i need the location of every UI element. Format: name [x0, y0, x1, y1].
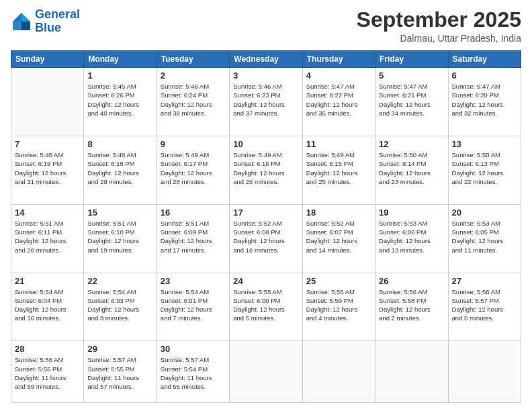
col-tuesday: Tuesday — [157, 51, 229, 68]
day-number: 11 — [306, 139, 371, 149]
header: General Blue September 2025 Dalmau, Utta… — [11, 8, 521, 44]
table-cell: 27Sunrise: 5:56 AM Sunset: 5:57 PM Dayli… — [448, 273, 521, 341]
table-cell — [448, 341, 521, 403]
day-info: Sunrise: 5:47 AM Sunset: 6:22 PM Dayligh… — [306, 82, 371, 118]
table-cell: 3Sunrise: 5:46 AM Sunset: 6:23 PM Daylig… — [230, 68, 302, 136]
table-cell: 6Sunrise: 5:47 AM Sunset: 6:20 PM Daylig… — [448, 68, 521, 136]
table-cell: 11Sunrise: 5:49 AM Sunset: 6:15 PM Dayli… — [302, 136, 375, 204]
day-info: Sunrise: 5:54 AM Sunset: 6:04 PM Dayligh… — [15, 287, 80, 323]
location: Dalmau, Uttar Pradesh, India — [357, 33, 521, 44]
table-cell: 2Sunrise: 5:46 AM Sunset: 6:24 PM Daylig… — [157, 68, 229, 136]
table-cell: 28Sunrise: 5:56 AM Sunset: 5:56 PM Dayli… — [11, 341, 84, 403]
day-info: Sunrise: 5:56 AM Sunset: 5:56 PM Dayligh… — [15, 355, 80, 391]
col-thursday: Thursday — [302, 51, 375, 68]
table-cell — [11, 68, 84, 136]
day-number: 26 — [379, 276, 444, 286]
day-info: Sunrise: 5:56 AM Sunset: 5:58 PM Dayligh… — [379, 287, 444, 323]
table-row: 28Sunrise: 5:56 AM Sunset: 5:56 PM Dayli… — [11, 341, 521, 403]
day-number: 2 — [161, 71, 226, 81]
table-row: 7Sunrise: 5:48 AM Sunset: 6:19 PM Daylig… — [11, 136, 521, 204]
day-info: Sunrise: 5:49 AM Sunset: 6:15 PM Dayligh… — [306, 150, 371, 186]
logo-general: General — [35, 7, 80, 21]
table-cell: 9Sunrise: 5:49 AM Sunset: 6:17 PM Daylig… — [157, 136, 229, 204]
logo-icon — [11, 11, 32, 32]
table-row: 1Sunrise: 5:45 AM Sunset: 6:26 PM Daylig… — [11, 68, 521, 136]
day-info: Sunrise: 5:50 AM Sunset: 6:14 PM Dayligh… — [379, 150, 444, 186]
day-info: Sunrise: 5:56 AM Sunset: 5:57 PM Dayligh… — [452, 287, 517, 323]
table-cell: 19Sunrise: 5:53 AM Sunset: 6:06 PM Dayli… — [375, 204, 448, 273]
day-number: 6 — [452, 71, 517, 81]
day-info: Sunrise: 5:47 AM Sunset: 6:20 PM Dayligh… — [452, 82, 517, 118]
day-number: 22 — [87, 276, 152, 286]
day-number: 23 — [161, 276, 226, 286]
day-info: Sunrise: 5:53 AM Sunset: 6:05 PM Dayligh… — [452, 219, 517, 255]
table-cell: 10Sunrise: 5:49 AM Sunset: 6:16 PM Dayli… — [230, 136, 302, 204]
svg-marker-2 — [21, 21, 30, 30]
table-cell: 12Sunrise: 5:50 AM Sunset: 6:14 PM Dayli… — [375, 136, 448, 204]
day-info: Sunrise: 5:50 AM Sunset: 6:13 PM Dayligh… — [452, 150, 517, 186]
day-info: Sunrise: 5:55 AM Sunset: 6:00 PM Dayligh… — [233, 287, 298, 323]
day-number: 30 — [161, 344, 226, 354]
day-info: Sunrise: 5:48 AM Sunset: 6:18 PM Dayligh… — [87, 150, 152, 186]
col-saturday: Saturday — [448, 51, 521, 68]
table-cell: 21Sunrise: 5:54 AM Sunset: 6:04 PM Dayli… — [11, 273, 84, 341]
day-number: 20 — [452, 208, 517, 218]
header-row: Sunday Monday Tuesday Wednesday Thursday… — [11, 51, 521, 68]
table-cell: 7Sunrise: 5:48 AM Sunset: 6:19 PM Daylig… — [11, 136, 84, 204]
day-number: 27 — [452, 276, 517, 286]
day-info: Sunrise: 5:52 AM Sunset: 6:07 PM Dayligh… — [306, 219, 371, 255]
logo: General Blue — [11, 8, 80, 35]
calendar: Sunday Monday Tuesday Wednesday Thursday… — [11, 50, 521, 403]
table-cell: 15Sunrise: 5:51 AM Sunset: 6:10 PM Dayli… — [84, 204, 157, 273]
day-info: Sunrise: 5:51 AM Sunset: 6:10 PM Dayligh… — [87, 219, 152, 255]
day-info: Sunrise: 5:57 AM Sunset: 5:55 PM Dayligh… — [87, 355, 152, 391]
day-number: 17 — [233, 208, 298, 218]
table-cell — [230, 341, 302, 403]
day-info: Sunrise: 5:45 AM Sunset: 6:26 PM Dayligh… — [87, 82, 152, 118]
table-cell: 26Sunrise: 5:56 AM Sunset: 5:58 PM Dayli… — [375, 273, 448, 341]
table-row: 14Sunrise: 5:51 AM Sunset: 6:11 PM Dayli… — [11, 204, 521, 273]
day-info: Sunrise: 5:49 AM Sunset: 6:17 PM Dayligh… — [161, 150, 226, 186]
table-cell: 25Sunrise: 5:55 AM Sunset: 5:59 PM Dayli… — [302, 273, 375, 341]
day-info: Sunrise: 5:51 AM Sunset: 6:11 PM Dayligh… — [15, 219, 80, 255]
table-cell: 22Sunrise: 5:54 AM Sunset: 6:03 PM Dayli… — [84, 273, 157, 341]
table-cell: 16Sunrise: 5:51 AM Sunset: 6:09 PM Dayli… — [157, 204, 229, 273]
day-info: Sunrise: 5:51 AM Sunset: 6:09 PM Dayligh… — [161, 219, 226, 255]
day-number: 7 — [15, 139, 80, 149]
day-number: 12 — [379, 139, 444, 149]
month-title: September 2025 — [357, 8, 521, 32]
logo-text: General Blue — [35, 8, 80, 35]
table-cell: 4Sunrise: 5:47 AM Sunset: 6:22 PM Daylig… — [302, 68, 375, 136]
table-cell: 18Sunrise: 5:52 AM Sunset: 6:07 PM Dayli… — [302, 204, 375, 273]
table-cell — [375, 341, 448, 403]
day-number: 3 — [233, 71, 298, 81]
day-info: Sunrise: 5:49 AM Sunset: 6:16 PM Dayligh… — [233, 150, 298, 186]
table-cell: 20Sunrise: 5:53 AM Sunset: 6:05 PM Dayli… — [448, 204, 521, 273]
day-number: 1 — [87, 71, 152, 81]
svg-marker-4 — [13, 13, 21, 21]
svg-marker-1 — [21, 13, 30, 21]
table-row: 21Sunrise: 5:54 AM Sunset: 6:04 PM Dayli… — [11, 273, 521, 341]
title-block: September 2025 Dalmau, Uttar Pradesh, In… — [357, 8, 521, 44]
day-number: 29 — [87, 344, 152, 354]
logo-blue: Blue — [35, 21, 61, 34]
day-number: 10 — [233, 139, 298, 149]
day-number: 15 — [87, 208, 152, 218]
day-info: Sunrise: 5:57 AM Sunset: 5:54 PM Dayligh… — [161, 355, 226, 391]
day-number: 18 — [306, 208, 371, 218]
col-friday: Friday — [375, 51, 448, 68]
table-cell: 29Sunrise: 5:57 AM Sunset: 5:55 PM Dayli… — [84, 341, 157, 403]
day-info: Sunrise: 5:46 AM Sunset: 6:23 PM Dayligh… — [233, 82, 298, 118]
day-info: Sunrise: 5:52 AM Sunset: 6:08 PM Dayligh… — [233, 219, 298, 255]
table-cell: 23Sunrise: 5:54 AM Sunset: 6:01 PM Dayli… — [157, 273, 229, 341]
day-number: 19 — [379, 208, 444, 218]
col-wednesday: Wednesday — [230, 51, 302, 68]
day-number: 25 — [306, 276, 371, 286]
day-info: Sunrise: 5:53 AM Sunset: 6:06 PM Dayligh… — [379, 219, 444, 255]
col-sunday: Sunday — [11, 51, 84, 68]
day-info: Sunrise: 5:46 AM Sunset: 6:24 PM Dayligh… — [161, 82, 226, 118]
table-cell: 8Sunrise: 5:48 AM Sunset: 6:18 PM Daylig… — [84, 136, 157, 204]
table-cell: 1Sunrise: 5:45 AM Sunset: 6:26 PM Daylig… — [84, 68, 157, 136]
day-info: Sunrise: 5:55 AM Sunset: 5:59 PM Dayligh… — [306, 287, 371, 323]
table-cell — [302, 341, 375, 403]
